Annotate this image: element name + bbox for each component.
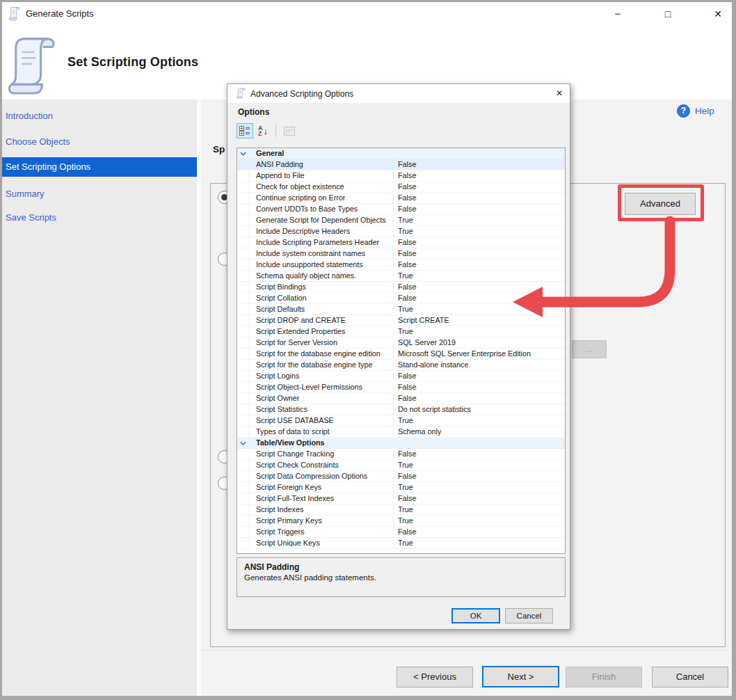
- property-row[interactable]: Continue scripting on ErrorFalse: [237, 193, 565, 204]
- property-value[interactable]: False: [394, 293, 565, 303]
- property-value[interactable]: Schema only: [394, 427, 565, 437]
- property-row[interactable]: Include Scripting Parameters HeaderFalse: [237, 237, 565, 248]
- property-row[interactable]: Script OwnerFalse: [237, 393, 565, 404]
- property-row[interactable]: Script Check ConstraintsTrue: [237, 460, 565, 471]
- property-value[interactable]: False: [394, 159, 565, 170]
- sidebar-item-introduction[interactable]: Introduction: [6, 107, 193, 125]
- property-row[interactable]: ANSI PaddingFalse: [237, 159, 565, 170]
- sidebar-item-set-scripting-options[interactable]: Set Scripting Options: [2, 157, 197, 177]
- property-value[interactable]: Stand-alone instance: [394, 360, 565, 370]
- minimize-button[interactable]: −: [605, 5, 631, 23]
- row-gutter: [237, 449, 250, 459]
- property-row[interactable]: Append to FileFalse: [237, 170, 565, 182]
- property-row[interactable]: Script DefaultsTrue: [237, 304, 565, 315]
- property-row[interactable]: Include unsupported statementsFalse: [237, 260, 565, 271]
- property-name: Include system constraint names: [250, 248, 394, 259]
- property-row[interactable]: Script Extended PropertiesTrue: [237, 326, 565, 337]
- property-row[interactable]: Include Descriptive HeadersTrue: [237, 226, 565, 237]
- property-value[interactable]: False: [394, 204, 565, 214]
- property-row[interactable]: Script TriggersFalse: [237, 527, 565, 538]
- maximize-button[interactable]: □: [655, 5, 681, 23]
- property-value[interactable]: False: [394, 282, 565, 292]
- property-value[interactable]: True: [394, 415, 565, 426]
- app-icon: [7, 6, 22, 22]
- property-value[interactable]: Script CREATE: [394, 315, 565, 326]
- property-value[interactable]: False: [394, 237, 565, 248]
- property-row[interactable]: Script IndexesTrue: [237, 504, 565, 516]
- property-row[interactable]: Script Change TrackingFalse: [237, 449, 565, 460]
- property-row[interactable]: Script DROP and CREATEScript CREATE: [237, 315, 565, 326]
- property-value[interactable]: False: [394, 493, 565, 504]
- ok-button[interactable]: OK: [451, 608, 500, 623]
- property-row[interactable]: Script for the database engine editionMi…: [237, 349, 565, 360]
- category-row[interactable]: General: [237, 148, 565, 159]
- property-value[interactable]: SQL Server 2019: [394, 337, 565, 348]
- property-value[interactable]: False: [394, 193, 565, 203]
- categorized-icon[interactable]: [237, 123, 253, 138]
- property-row[interactable]: Script Unique KeysTrue: [237, 538, 565, 549]
- help-button[interactable]: ? Help: [677, 104, 714, 118]
- footer-cancel-button[interactable]: Cancel: [652, 667, 728, 687]
- property-value[interactable]: True: [394, 326, 565, 337]
- property-row[interactable]: Script for the database engine typeStand…: [237, 360, 565, 371]
- property-value[interactable]: False: [394, 260, 565, 270]
- sidebar-item-choose-objects[interactable]: Choose Objects: [6, 133, 193, 151]
- property-value[interactable]: True: [394, 460, 565, 470]
- property-row[interactable]: Convert UDDTs to Base TypesFalse: [237, 204, 565, 215]
- property-row[interactable]: Script Full-Text IndexesFalse: [237, 493, 565, 504]
- close-button[interactable]: ✕: [705, 5, 731, 23]
- property-value[interactable]: True: [394, 516, 565, 526]
- advanced-button[interactable]: Advanced: [625, 193, 696, 215]
- property-row[interactable]: Generate Script for Dependent ObjectsTru…: [237, 215, 565, 226]
- property-pages-icon: [281, 123, 298, 138]
- property-value[interactable]: False: [394, 393, 565, 404]
- property-value[interactable]: False: [394, 170, 565, 181]
- property-row[interactable]: Script USE DATABASETrue: [237, 415, 565, 427]
- property-value[interactable]: True: [394, 215, 565, 225]
- property-row[interactable]: Script Data Compression OptionsFalse: [237, 471, 565, 482]
- footer-divider: [200, 650, 730, 651]
- sidebar-item-summary[interactable]: Summary: [6, 185, 193, 203]
- property-row[interactable]: Script StatisticsDo not script statistic…: [237, 404, 565, 415]
- property-value[interactable]: Do not script statistics: [394, 404, 565, 415]
- property-value[interactable]: True: [394, 504, 565, 515]
- property-row[interactable]: Script Foreign KeysTrue: [237, 482, 565, 493]
- property-row[interactable]: Schema qualify object names.True: [237, 271, 565, 282]
- dialog-close-button[interactable]: ✕: [550, 86, 568, 102]
- previous-button[interactable]: < Previous: [397, 667, 473, 687]
- property-row[interactable]: Script BindingsFalse: [237, 282, 565, 293]
- property-name: Script Unique Keys: [250, 538, 394, 548]
- property-value[interactable]: True: [394, 226, 565, 237]
- property-value[interactable]: False: [394, 248, 565, 259]
- chevron-down-icon: [237, 438, 250, 448]
- property-value[interactable]: False: [394, 449, 565, 459]
- property-row[interactable]: Types of data to scriptSchema only: [237, 427, 565, 438]
- property-value[interactable]: True: [394, 304, 565, 315]
- category-row[interactable]: Table/View Options: [237, 438, 565, 449]
- row-gutter: [237, 271, 250, 281]
- property-value[interactable]: False: [394, 182, 565, 192]
- property-row[interactable]: Script LoginsFalse: [237, 371, 565, 382]
- property-value[interactable]: False: [394, 527, 565, 537]
- property-value[interactable]: Microsoft SQL Server Enterprise Edition: [394, 349, 565, 359]
- property-value[interactable]: False: [394, 382, 565, 392]
- help-icon: ?: [677, 104, 690, 118]
- sidebar-item-save-scripts[interactable]: Save Scripts: [6, 209, 193, 227]
- property-value[interactable]: True: [394, 271, 565, 281]
- property-row[interactable]: Check for object existenceFalse: [237, 182, 565, 193]
- property-row[interactable]: Include system constraint namesFalse: [237, 248, 565, 260]
- property-row[interactable]: Script Object-Level PermissionsFalse: [237, 382, 565, 393]
- property-name: Generate Script for Dependent Objects: [250, 215, 394, 225]
- property-value[interactable]: False: [394, 471, 565, 482]
- alphabetical-sort-icon[interactable]: A Z ↓: [255, 123, 271, 138]
- property-value[interactable]: True: [394, 538, 565, 548]
- property-name: Script Collation: [250, 293, 394, 303]
- next-button[interactable]: Next >: [482, 666, 559, 687]
- property-row[interactable]: Script for Server VersionSQL Server 2019: [237, 337, 565, 349]
- property-value[interactable]: True: [394, 482, 565, 493]
- dialog-cancel-button[interactable]: Cancel: [505, 608, 553, 623]
- generate-scripts-window: Generate Scripts − □ ✕ Set Scripting Opt…: [2, 2, 732, 696]
- property-row[interactable]: Script CollationFalse: [237, 293, 565, 304]
- property-row[interactable]: Script Primary KeysTrue: [237, 516, 565, 527]
- property-value[interactable]: False: [394, 371, 565, 381]
